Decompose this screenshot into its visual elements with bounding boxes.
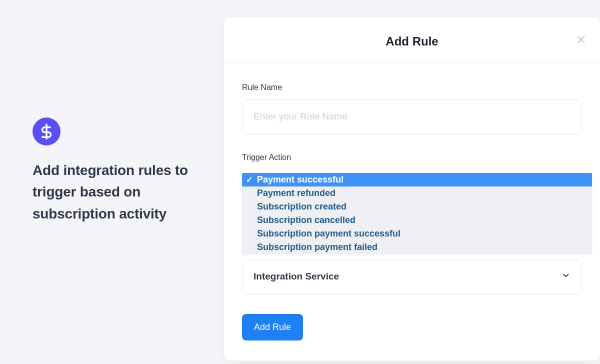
chevron-down-icon [562, 271, 570, 282]
add-rule-button[interactable]: Add Rule [242, 314, 303, 340]
trigger-option-subscription-payment-failed[interactable]: Subscription payment failed [242, 240, 592, 254]
rule-name-group: Rule Name [242, 83, 582, 134]
option-label: Payment successful [257, 174, 344, 185]
trigger-option-subscription-cancelled[interactable]: Subscription cancelled [242, 214, 592, 227]
trigger-action-label: Trigger Action [242, 153, 582, 162]
onboarding-headline: Add integration rules to trigger based o… [32, 160, 202, 224]
add-rule-modal: Add Rule Rule Name Trigger Action ✓ Paym… [224, 18, 600, 360]
close-button[interactable] [573, 32, 589, 48]
check-icon: ✓ [246, 175, 252, 184]
dollar-icon [32, 118, 60, 146]
integration-service-value: Integration Service [254, 271, 339, 282]
modal-title: Add Rule [386, 34, 438, 48]
onboarding-left-panel: Add integration rules to trigger based o… [32, 118, 202, 224]
modal-footer: Add Rule [224, 314, 600, 340]
integration-service-select[interactable]: Integration Service [242, 259, 582, 294]
trigger-action-group: Trigger Action [242, 153, 582, 162]
close-icon [576, 34, 586, 45]
option-label: Subscription created [257, 202, 346, 212]
trigger-action-dropdown[interactable]: ✓ Payment successful Payment refunded Su… [242, 173, 592, 254]
modal-body: Rule Name Trigger Action ✓ Payment succe… [224, 63, 600, 294]
option-label: Subscription cancelled [257, 215, 356, 226]
rule-name-input[interactable] [242, 99, 582, 134]
option-label: Subscription payment failed [257, 242, 378, 252]
option-label: Payment refunded [257, 188, 336, 198]
trigger-option-payment-refunded[interactable]: Payment refunded [242, 186, 592, 200]
option-label: Subscription payment successful [257, 228, 400, 239]
rule-name-label: Rule Name [242, 83, 582, 92]
modal-header: Add Rule [224, 18, 600, 63]
trigger-option-subscription-payment-successful[interactable]: Subscription payment successful [242, 227, 592, 240]
trigger-option-payment-successful[interactable]: ✓ Payment successful [242, 173, 592, 186]
trigger-option-subscription-created[interactable]: Subscription created [242, 200, 592, 214]
